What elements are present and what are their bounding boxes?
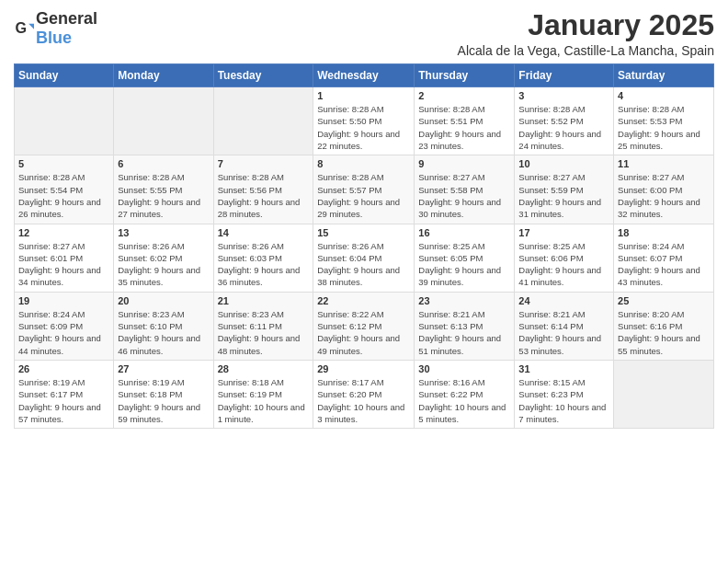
sunrise-text: Sunrise: 8:26 AM <box>317 241 383 251</box>
day-info: Sunrise: 8:19 AM Sunset: 6:18 PM Dayligh… <box>118 376 209 425</box>
table-row: 1 Sunrise: 8:28 AM Sunset: 5:50 PM Dayli… <box>313 87 415 155</box>
sunset-text: Sunset: 5:55 PM <box>118 185 182 195</box>
sunset-text: Sunset: 6:19 PM <box>218 389 282 399</box>
col-thursday: Thursday <box>415 64 515 87</box>
day-number: 9 <box>418 158 510 169</box>
day-info: Sunrise: 8:28 AM Sunset: 5:51 PM Dayligh… <box>418 103 510 152</box>
day-info: Sunrise: 8:19 AM Sunset: 6:17 PM Dayligh… <box>18 376 109 425</box>
calendar-week-row: 12 Sunrise: 8:27 AM Sunset: 6:01 PM Dayl… <box>15 224 714 292</box>
table-row: 29 Sunrise: 8:17 AM Sunset: 6:20 PM Dayl… <box>313 360 415 428</box>
sunset-text: Sunset: 5:56 PM <box>218 185 282 195</box>
day-number: 22 <box>317 295 410 306</box>
calendar-week-row: 5 Sunrise: 8:28 AM Sunset: 5:54 PM Dayli… <box>15 155 714 224</box>
daylight-text: Daylight: 9 hours and 43 minutes. <box>618 265 700 287</box>
table-row: 4 Sunrise: 8:28 AM Sunset: 5:53 PM Dayli… <box>614 87 714 155</box>
logo-icon: G <box>14 18 34 39</box>
table-row: 18 Sunrise: 8:24 AM Sunset: 6:07 PM Dayl… <box>614 224 714 292</box>
table-row: 26 Sunrise: 8:19 AM Sunset: 6:17 PM Dayl… <box>15 360 114 428</box>
day-number: 20 <box>118 295 209 306</box>
sunrise-text: Sunrise: 8:28 AM <box>317 104 383 114</box>
sunset-text: Sunset: 6:23 PM <box>518 389 583 399</box>
sunset-text: Sunset: 6:22 PM <box>418 389 483 399</box>
sunset-text: Sunset: 5:53 PM <box>618 116 682 126</box>
sunset-text: Sunset: 6:16 PM <box>618 321 682 331</box>
table-row: 31 Sunrise: 8:15 AM Sunset: 6:23 PM Dayl… <box>515 360 614 428</box>
day-number: 1 <box>317 90 410 101</box>
daylight-text: Daylight: 9 hours and 30 minutes. <box>418 197 501 219</box>
day-info: Sunrise: 8:28 AM Sunset: 5:52 PM Dayligh… <box>518 103 609 152</box>
sunrise-text: Sunrise: 8:22 AM <box>317 309 383 319</box>
sunrise-text: Sunrise: 8:28 AM <box>18 172 85 182</box>
col-friday: Friday <box>515 64 614 87</box>
day-number: 6 <box>118 158 209 169</box>
day-info: Sunrise: 8:20 AM Sunset: 6:16 PM Dayligh… <box>618 308 710 357</box>
calendar-header-row: Sunday Monday Tuesday Wednesday Thursday… <box>15 64 714 87</box>
daylight-text: Daylight: 10 hours and 3 minutes. <box>317 402 404 424</box>
location-title: Alcala de la Vega, Castille-La Mancha, S… <box>458 43 714 58</box>
day-info: Sunrise: 8:22 AM Sunset: 6:12 PM Dayligh… <box>317 308 410 357</box>
daylight-text: Daylight: 9 hours and 49 minutes. <box>317 333 400 355</box>
sunset-text: Sunset: 6:17 PM <box>18 389 83 399</box>
page: G General Blue January 2025 Alcala de la… <box>0 0 728 563</box>
col-monday: Monday <box>114 64 213 87</box>
sunset-text: Sunset: 6:10 PM <box>118 321 182 331</box>
sunset-text: Sunset: 6:12 PM <box>317 321 381 331</box>
sunrise-text: Sunrise: 8:17 AM <box>317 377 383 387</box>
table-row: 6 Sunrise: 8:28 AM Sunset: 5:55 PM Dayli… <box>114 155 213 224</box>
day-number: 4 <box>618 90 710 101</box>
svg-marker-1 <box>28 24 34 29</box>
day-number: 3 <box>518 90 609 101</box>
sunrise-text: Sunrise: 8:28 AM <box>518 104 585 114</box>
sunrise-text: Sunrise: 8:28 AM <box>317 172 383 182</box>
sunrise-text: Sunrise: 8:21 AM <box>418 309 484 319</box>
calendar: Sunday Monday Tuesday Wednesday Thursday… <box>14 63 714 429</box>
day-number: 5 <box>18 158 109 169</box>
sunset-text: Sunset: 6:00 PM <box>618 185 682 195</box>
sunset-text: Sunset: 6:02 PM <box>118 253 182 263</box>
sunset-text: Sunset: 5:52 PM <box>518 116 583 126</box>
day-number: 10 <box>518 158 609 169</box>
sunrise-text: Sunrise: 8:25 AM <box>418 241 484 251</box>
sunrise-text: Sunrise: 8:28 AM <box>218 172 284 182</box>
day-info: Sunrise: 8:24 AM Sunset: 6:07 PM Dayligh… <box>618 240 710 289</box>
day-info: Sunrise: 8:27 AM Sunset: 5:58 PM Dayligh… <box>418 171 510 220</box>
day-number: 25 <box>618 295 710 306</box>
sunset-text: Sunset: 6:04 PM <box>317 253 381 263</box>
sunset-text: Sunset: 5:57 PM <box>317 185 381 195</box>
sunset-text: Sunset: 6:01 PM <box>18 253 83 263</box>
sunrise-text: Sunrise: 8:24 AM <box>618 241 684 251</box>
col-tuesday: Tuesday <box>213 64 313 87</box>
table-row <box>213 87 313 155</box>
daylight-text: Daylight: 9 hours and 26 minutes. <box>18 197 101 219</box>
table-row: 16 Sunrise: 8:25 AM Sunset: 6:05 PM Dayl… <box>415 224 515 292</box>
day-info: Sunrise: 8:28 AM Sunset: 5:50 PM Dayligh… <box>317 103 410 152</box>
svg-text:G: G <box>15 19 27 36</box>
table-row: 11 Sunrise: 8:27 AM Sunset: 6:00 PM Dayl… <box>614 155 714 224</box>
daylight-text: Daylight: 9 hours and 35 minutes. <box>118 265 200 287</box>
table-row: 15 Sunrise: 8:26 AM Sunset: 6:04 PM Dayl… <box>313 224 415 292</box>
sunrise-text: Sunrise: 8:26 AM <box>118 241 184 251</box>
sunrise-text: Sunrise: 8:15 AM <box>518 377 585 387</box>
sunrise-text: Sunrise: 8:26 AM <box>218 241 284 251</box>
sunrise-text: Sunrise: 8:20 AM <box>618 309 684 319</box>
table-row: 14 Sunrise: 8:26 AM Sunset: 6:03 PM Dayl… <box>213 224 313 292</box>
daylight-text: Daylight: 9 hours and 31 minutes. <box>518 197 601 219</box>
sunset-text: Sunset: 5:54 PM <box>18 185 83 195</box>
sunset-text: Sunset: 6:07 PM <box>618 253 682 263</box>
day-number: 13 <box>118 227 209 238</box>
logo: G General Blue <box>14 9 97 48</box>
day-info: Sunrise: 8:23 AM Sunset: 6:11 PM Dayligh… <box>218 308 310 357</box>
table-row: 20 Sunrise: 8:23 AM Sunset: 6:10 PM Dayl… <box>114 292 213 360</box>
day-number: 23 <box>418 295 510 306</box>
day-number: 19 <box>18 295 109 306</box>
table-row: 8 Sunrise: 8:28 AM Sunset: 5:57 PM Dayli… <box>313 155 415 224</box>
daylight-text: Daylight: 9 hours and 29 minutes. <box>317 197 400 219</box>
day-number: 27 <box>118 363 209 374</box>
calendar-week-row: 19 Sunrise: 8:24 AM Sunset: 6:09 PM Dayl… <box>15 292 714 360</box>
day-info: Sunrise: 8:16 AM Sunset: 6:22 PM Dayligh… <box>418 376 510 425</box>
table-row: 28 Sunrise: 8:18 AM Sunset: 6:19 PM Dayl… <box>213 360 313 428</box>
daylight-text: Daylight: 9 hours and 36 minutes. <box>218 265 301 287</box>
day-info: Sunrise: 8:27 AM Sunset: 5:59 PM Dayligh… <box>518 171 609 220</box>
calendar-week-row: 1 Sunrise: 8:28 AM Sunset: 5:50 PM Dayli… <box>15 87 714 155</box>
sunrise-text: Sunrise: 8:27 AM <box>518 172 585 182</box>
